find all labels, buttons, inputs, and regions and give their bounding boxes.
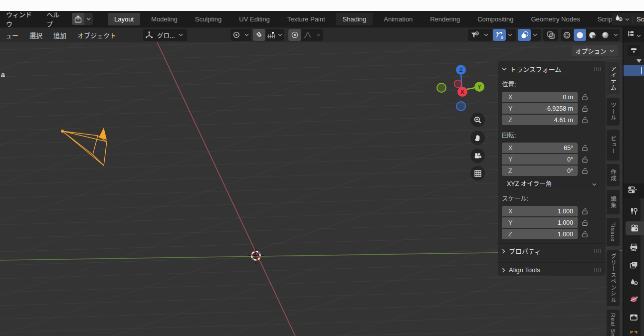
scene-selector[interactable]: Sc bbox=[612, 13, 644, 25]
value-field-スケール-Y[interactable]: Y1.000 bbox=[502, 217, 578, 228]
viewport-menu-3[interactable]: オブジェクト bbox=[72, 27, 122, 42]
lock-toggle[interactable] bbox=[578, 115, 592, 125]
workspace-tab-texture-paint[interactable]: Texture Paint bbox=[281, 13, 332, 25]
options-button[interactable]: オプション bbox=[572, 45, 618, 56]
tab-view-layer-properties[interactable] bbox=[624, 258, 644, 272]
viewport-overlay-text: a bbox=[1, 71, 5, 79]
properties-editor-icon[interactable] bbox=[628, 185, 637, 196]
outliner-selected-row[interactable] bbox=[624, 65, 644, 76]
grip-icon[interactable] bbox=[594, 67, 602, 71]
workspace-tab-layout[interactable]: Layout bbox=[108, 13, 140, 25]
navigation-gizmo[interactable]: Z Y X bbox=[429, 60, 489, 115]
value-field-位置-X[interactable]: X0 m bbox=[502, 92, 578, 102]
lock-toggle[interactable] bbox=[578, 166, 592, 176]
tab-world-properties[interactable] bbox=[624, 292, 644, 306]
topbar-menu-0[interactable]: ウィンドウ bbox=[0, 11, 40, 27]
viewport-menu-2[interactable]: 追加 bbox=[48, 27, 72, 42]
workspace-tab-uv-editing[interactable]: UV Editing bbox=[232, 13, 276, 25]
transform-orientation-dropdown[interactable]: グロ... bbox=[143, 29, 187, 41]
workspace-tab-geometry-nodes[interactable]: Geometry Nodes bbox=[524, 13, 586, 25]
workspace-tab-modeling[interactable]: Modeling bbox=[145, 13, 184, 25]
unlock-icon bbox=[581, 207, 589, 215]
workspace-tab-compositing[interactable]: Compositing bbox=[471, 13, 520, 25]
tab-object-properties[interactable] bbox=[624, 327, 644, 336]
grip-icon[interactable] bbox=[594, 268, 602, 272]
perspective-toggle-button[interactable] bbox=[470, 166, 485, 180]
tab-collection-properties[interactable] bbox=[624, 310, 644, 324]
value-field-回転-Z[interactable]: Z0° bbox=[502, 166, 578, 176]
viewport-menu-1[interactable]: 選択 bbox=[24, 27, 48, 42]
topbar-menu-1[interactable]: ヘルプ bbox=[40, 11, 69, 27]
transform-panel-header[interactable]: トランスフォーム bbox=[498, 63, 606, 74]
shading-wireframe-button[interactable] bbox=[561, 29, 574, 41]
sidebar-tab-2[interactable]: ビュー bbox=[607, 130, 620, 161]
workspace-tab-rendering[interactable]: Rendering bbox=[424, 13, 466, 25]
proportional-falloff-dropdown[interactable] bbox=[301, 29, 314, 41]
gizmos-toggle[interactable] bbox=[493, 29, 506, 41]
lock-toggle[interactable] bbox=[578, 206, 592, 216]
gizmo-neg-x-ball[interactable] bbox=[454, 80, 462, 88]
gizmo-neg-z-ball[interactable] bbox=[456, 102, 465, 111]
rotation-mode-dropdown[interactable]: XYZ オイラー角 bbox=[502, 178, 600, 188]
view-object-types-filter-icon bbox=[468, 29, 482, 41]
sidebar-tab-0[interactable]: アイテム bbox=[607, 62, 620, 94]
shading-material-button[interactable] bbox=[586, 29, 599, 41]
proportional-edit-toggle[interactable] bbox=[288, 29, 301, 41]
lock-toggle[interactable] bbox=[578, 217, 592, 228]
tab-output-properties[interactable] bbox=[624, 240, 644, 254]
sidebar-tab-7[interactable]: Real Sno bbox=[607, 310, 620, 336]
sidebar-tab-6[interactable]: グリースペンシル bbox=[607, 250, 620, 306]
zoom-button[interactable] bbox=[470, 113, 485, 127]
snap-target-dropdown[interactable] bbox=[265, 29, 276, 41]
xray-toggle[interactable] bbox=[543, 29, 558, 41]
collection-expand-triangle[interactable] bbox=[637, 59, 642, 63]
lock-toggle[interactable] bbox=[578, 154, 592, 165]
workspace-tab-sculpting[interactable]: Sculpting bbox=[189, 13, 228, 25]
tab-render-properties[interactable] bbox=[626, 221, 644, 235]
viewport-3d[interactable]: a Z Y X bbox=[0, 42, 623, 336]
view-object-types-dropdown[interactable] bbox=[468, 29, 492, 41]
pan-button[interactable] bbox=[470, 131, 485, 145]
gizmo-neg-y-ball[interactable] bbox=[437, 83, 446, 92]
shading-rendered-button[interactable] bbox=[599, 29, 612, 41]
output-tab-icon bbox=[629, 243, 639, 252]
grip-icon[interactable] bbox=[594, 249, 602, 253]
outliner-editor-icon[interactable] bbox=[627, 29, 636, 40]
sidebar-tab-5[interactable]: Tissue bbox=[607, 218, 620, 246]
lock-toggle[interactable] bbox=[578, 103, 592, 114]
snap-toggle-button[interactable] bbox=[253, 29, 265, 41]
gizmos-group bbox=[493, 29, 516, 41]
viewport-menu-0[interactable]: ュー bbox=[0, 27, 24, 42]
workspace-tab-animation[interactable]: Animation bbox=[377, 13, 419, 25]
panel-align-tools[interactable]: Align Tools bbox=[498, 263, 606, 277]
value-field-位置-Y[interactable]: Y-6.9258 m bbox=[502, 103, 578, 114]
tab-scene-properties[interactable] bbox=[624, 275, 644, 289]
sidebar-tab-4[interactable]: 編集 bbox=[607, 190, 620, 214]
shading-dropdown[interactable] bbox=[612, 33, 620, 36]
value-field-回転-Y[interactable]: Y0° bbox=[502, 154, 578, 165]
panel-properties[interactable]: プロパティ bbox=[498, 244, 606, 258]
tab-tool-properties[interactable] bbox=[624, 204, 644, 218]
shading-solid-button[interactable] bbox=[574, 29, 587, 41]
lock-toggle[interactable] bbox=[578, 92, 592, 102]
value-field-スケール-Z[interactable]: Z1.000 bbox=[502, 229, 578, 239]
camera-view-button[interactable] bbox=[470, 149, 485, 163]
gizmo-z-ball[interactable]: Z bbox=[456, 65, 466, 75]
value-field-位置-Z[interactable]: Z4.61 m bbox=[502, 115, 578, 125]
overlays-toggle[interactable] bbox=[518, 29, 531, 41]
share-button[interactable] bbox=[72, 13, 93, 25]
filter-button[interactable] bbox=[628, 45, 640, 56]
sidebar-tab-1[interactable]: ツール bbox=[607, 98, 620, 126]
snap-group bbox=[253, 29, 284, 41]
pivot-point-dropdown[interactable] bbox=[230, 29, 251, 41]
value-field-回転-X[interactable]: X65° bbox=[502, 143, 578, 153]
gizmo-x-ball[interactable]: X bbox=[457, 87, 467, 97]
sidebar-tab-3[interactable]: 作成 bbox=[607, 164, 620, 186]
camera-object[interactable] bbox=[61, 128, 107, 166]
outliner-body[interactable] bbox=[624, 42, 644, 183]
value-field-スケール-X[interactable]: X1.000 bbox=[502, 206, 578, 216]
workspace-tab-shading[interactable]: Shading bbox=[336, 13, 373, 25]
lock-toggle[interactable] bbox=[578, 229, 592, 239]
gizmo-y-ball[interactable]: Y bbox=[474, 82, 484, 92]
lock-toggle[interactable] bbox=[578, 143, 592, 153]
